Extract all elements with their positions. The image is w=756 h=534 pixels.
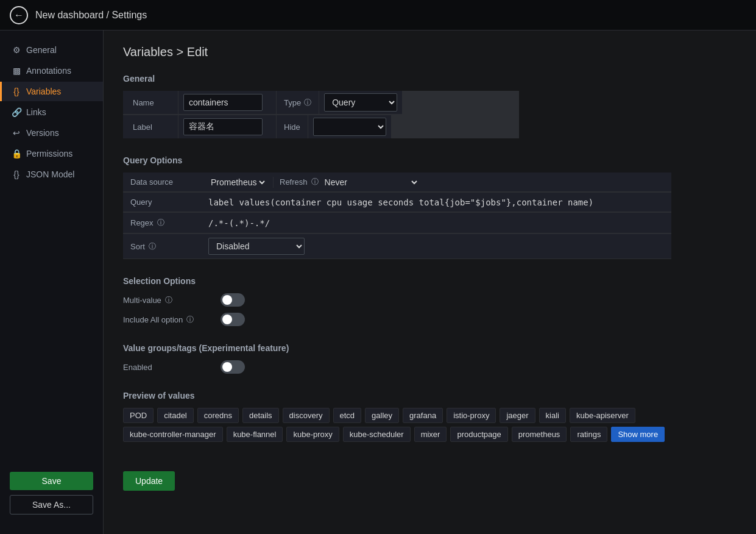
multi-value-toggle[interactable] xyxy=(221,293,245,307)
regex-input[interactable] xyxy=(208,218,665,228)
datasource-divider xyxy=(273,177,274,188)
sidebar-label-json: JSON Model xyxy=(26,169,74,179)
preview-tag: kube-flannel xyxy=(227,427,283,442)
include-all-slider xyxy=(221,313,245,326)
preview-tag: discovery xyxy=(283,408,330,423)
sidebar-label-variables: Variables xyxy=(26,87,61,96)
preview-tag: kube-scheduler xyxy=(343,427,411,442)
include-all-label: Include All option ⓘ xyxy=(123,315,214,325)
multi-value-slider xyxy=(221,293,245,307)
sidebar-item-permissions[interactable]: 🔒 Permissions xyxy=(0,144,103,163)
type-value-cell: Query Custom Text box Constant Data sour… xyxy=(319,91,402,114)
multi-value-label: Multi-value ⓘ xyxy=(123,295,214,305)
label-value-cell xyxy=(178,115,276,138)
sort-row: Sort ⓘ Disabled Alphabetical (asc) Alpha… xyxy=(123,234,671,258)
hide-select[interactable]: Label Variable xyxy=(313,118,386,136)
update-button[interactable]: Update xyxy=(123,471,175,491)
preview-tag: mixer xyxy=(414,427,447,442)
layout: ⚙ General ▩ Annotations {} Variables 🔗 L… xyxy=(0,30,756,534)
general-section-title: General xyxy=(123,74,737,84)
json-icon: {} xyxy=(12,169,21,179)
sidebar-item-variables[interactable]: {} Variables xyxy=(0,82,103,101)
multi-value-info-icon: ⓘ xyxy=(165,295,172,305)
hide-label: Hide xyxy=(277,115,308,138)
general-section: General Name Type ⓘ Query Custom xyxy=(123,74,737,138)
sidebar-actions: Save Save As... xyxy=(0,462,103,524)
sort-value-cell: Disabled Alphabetical (asc) Alphabetical… xyxy=(202,234,671,258)
datasource-select[interactable]: Prometheus default xyxy=(208,177,267,188)
preview-tag: jaeger xyxy=(500,408,535,423)
datasource-row: Data source Prometheus default xyxy=(123,173,671,191)
include-all-toggle[interactable] xyxy=(221,313,245,326)
enabled-toggle[interactable] xyxy=(221,360,245,374)
label-hide-row: Label Hide Label Variable xyxy=(123,115,519,138)
refresh-label: Refresh xyxy=(280,177,308,187)
save-as-button[interactable]: Save As... xyxy=(10,495,93,514)
selection-options-section: Selection Options Multi-value ⓘ Include … xyxy=(123,276,737,326)
label-label: Label xyxy=(123,115,178,138)
datasource-label: Data source xyxy=(123,173,202,191)
variables-icon: {} xyxy=(12,87,21,96)
type-label: Type ⓘ xyxy=(277,91,319,114)
sidebar-item-general[interactable]: ⚙ General xyxy=(0,40,103,60)
sidebar-label-versions: Versions xyxy=(26,128,59,138)
sidebar-label-general: General xyxy=(26,45,57,55)
name-label: Name xyxy=(123,91,178,114)
preview-tag: productpage xyxy=(450,427,507,442)
page-title: Variables > Edit xyxy=(123,45,737,59)
multi-value-row: Multi-value ⓘ xyxy=(123,293,737,307)
include-all-row: Include All option ⓘ xyxy=(123,313,737,326)
query-value-cell xyxy=(202,193,671,212)
type-select[interactable]: Query Custom Text box Constant Data sour… xyxy=(324,93,397,112)
value-groups-title: Value groups/tags (Experimental feature) xyxy=(123,343,737,353)
preview-title: Preview of values xyxy=(123,391,737,400)
preview-tag: POD xyxy=(123,408,154,423)
sidebar-label-permissions: Permissions xyxy=(26,149,72,158)
sort-label: Sort ⓘ xyxy=(123,234,202,258)
sidebar-item-links[interactable]: 🔗 Links xyxy=(0,102,103,122)
type-info-icon: ⓘ xyxy=(304,98,311,108)
sidebar: ⚙ General ▩ Annotations {} Variables 🔗 L… xyxy=(0,30,104,534)
annotations-icon: ▩ xyxy=(12,66,21,76)
sidebar-item-json-model[interactable]: {} JSON Model xyxy=(0,165,103,184)
sort-select[interactable]: Disabled Alphabetical (asc) Alphabetical… xyxy=(208,238,305,255)
preview-tag: kube-apiserver xyxy=(570,408,635,423)
save-button[interactable]: Save xyxy=(10,472,93,490)
refresh-info-icon: ⓘ xyxy=(311,177,319,187)
versions-icon: ↩ xyxy=(12,128,21,138)
preview-tag: kube-proxy xyxy=(286,427,339,442)
back-button[interactable]: ← xyxy=(10,6,28,24)
preview-tag: kiali xyxy=(539,408,566,423)
enabled-slider xyxy=(221,360,245,374)
label-input[interactable] xyxy=(183,118,263,135)
name-input[interactable] xyxy=(183,94,263,111)
datasource-row-inner: Prometheus default Refresh ⓘ Never xyxy=(208,177,665,188)
refresh-select[interactable]: Never On dashboard load On time range ch… xyxy=(322,177,419,188)
query-row: Query xyxy=(123,193,671,212)
query-input[interactable] xyxy=(208,198,665,207)
preview-tag: citadel xyxy=(157,408,194,423)
regex-row: Regex ⓘ xyxy=(123,213,671,233)
datasource-picker: Prometheus default xyxy=(208,177,267,188)
preview-tag: kube-controller-manager xyxy=(123,427,223,442)
include-all-info-icon: ⓘ xyxy=(186,315,194,325)
hide-value-cell: Label Variable xyxy=(308,115,391,138)
regex-value-cell xyxy=(202,213,671,233)
query-options-title: Query Options xyxy=(123,155,737,165)
preview-section: Preview of values PODcitadelcorednsdetai… xyxy=(123,391,737,442)
sidebar-item-versions[interactable]: ↩ Versions xyxy=(0,123,103,143)
preview-tag: details xyxy=(242,408,279,423)
sidebar-label-annotations: Annotations xyxy=(26,66,71,76)
permissions-icon: 🔒 xyxy=(12,149,21,158)
sort-info-icon: ⓘ xyxy=(149,241,156,252)
preview-tags: PODcitadelcorednsdetailsdiscoveryetcdgal… xyxy=(123,408,737,442)
general-form: Name Type ⓘ Query Custom Text box Const xyxy=(123,91,519,138)
show-more-button[interactable]: Show more xyxy=(611,427,665,442)
main-content: Variables > Edit General Name Type ⓘ xyxy=(104,30,756,534)
value-groups-section: Value groups/tags (Experimental feature)… xyxy=(123,343,737,374)
preview-tag: coredns xyxy=(197,408,239,423)
preview-tag: etcd xyxy=(333,408,362,423)
enabled-row: Enabled xyxy=(123,360,737,374)
preview-tag: galley xyxy=(365,408,399,423)
sidebar-item-annotations[interactable]: ▩ Annotations xyxy=(0,61,103,80)
